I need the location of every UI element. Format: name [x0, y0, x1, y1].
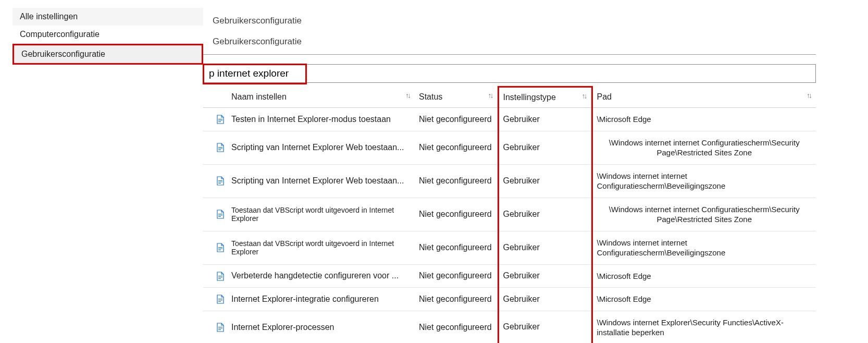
breadcrumb-2: Gebruikersconfiguratie [213, 36, 816, 47]
cell-name[interactable]: Scripting van Internet Explorer Web toes… [227, 131, 415, 164]
cell-type: Gebruiker [498, 231, 592, 264]
svg-rect-16 [218, 277, 222, 277]
sort-icon[interactable]: ↑↓ [488, 91, 492, 100]
cell-path: \Windows internet internet Configuraties… [592, 198, 816, 231]
cell-type: Gebruiker [498, 264, 592, 288]
cell-type: Gebruiker [498, 108, 592, 131]
svg-rect-22 [218, 328, 222, 329]
cell-name[interactable]: Internet Explorer-integratie configurere… [227, 288, 415, 311]
cell-status: Niet geconfigureerd [415, 164, 498, 198]
cell-status: Niet geconfigureerd [415, 231, 498, 264]
table-row[interactable]: Internet Explorer-processenNiet geconfig… [203, 311, 816, 343]
cell-status: Niet geconfigureerd [415, 264, 498, 288]
main-panel: Gebruikersconfiguratie Gebruikersconfigu… [203, 0, 868, 343]
divider [203, 54, 816, 55]
svg-rect-15 [218, 276, 222, 276]
table-row[interactable]: Verbeterde hangdetectie configureren voo… [203, 264, 816, 288]
cell-path: \Windows internet internet Configuraties… [592, 131, 816, 164]
svg-rect-18 [218, 299, 222, 299]
svg-rect-4 [218, 149, 222, 149]
document-icon [203, 264, 227, 288]
cell-name[interactable]: Toestaan dat VBScript wordt uitgevoerd i… [227, 198, 415, 231]
sort-icon[interactable]: ↑↓ [807, 91, 811, 100]
col-name-label: Naam instellen [231, 92, 287, 101]
svg-rect-14 [218, 250, 221, 250]
sidebar-item-label: Gebruikersconfiguratie [21, 50, 105, 58]
sidebar-item-computer-config[interactable]: Computerconfiguratie [13, 26, 203, 44]
svg-rect-10 [218, 215, 222, 216]
cell-status: Niet geconfigureerd [415, 311, 498, 343]
svg-rect-2 [218, 121, 221, 122]
cell-path: \Microsoft Edge [592, 288, 816, 311]
table-row[interactable]: Toestaan dat VBScript wordt uitgevoerd i… [203, 231, 816, 264]
svg-rect-11 [218, 216, 221, 217]
document-icon [203, 164, 227, 198]
cell-name[interactable]: Verbeterde hangdetectie configureren voo… [227, 264, 415, 288]
cell-status: Niet geconfigureerd [415, 288, 498, 311]
col-type-header[interactable]: Instellingstype ↑↓ [498, 87, 592, 108]
search-input[interactable] [203, 64, 816, 83]
sidebar-item-user-config[interactable]: Gebruikersconfiguratie [13, 44, 203, 65]
svg-rect-17 [218, 278, 221, 279]
cell-path: \Windows internet internet Configuraties… [592, 164, 816, 198]
col-icon-header [203, 87, 227, 108]
table-row[interactable]: Toestaan dat VBScript wordt uitgevoerd i… [203, 198, 816, 231]
cell-type: Gebruiker [498, 164, 592, 198]
col-status-header[interactable]: Status ↑↓ [415, 87, 498, 108]
document-icon [203, 108, 227, 131]
svg-rect-7 [218, 182, 222, 182]
cell-name[interactable]: Toestaan dat VBScript wordt uitgevoerd i… [227, 231, 415, 264]
document-icon [203, 198, 227, 231]
svg-rect-1 [218, 120, 222, 121]
table-row[interactable]: Testen in Internet Explorer-modus toesta… [203, 108, 816, 131]
cell-type: Gebruiker [498, 311, 592, 343]
search-wrap [203, 64, 816, 83]
svg-rect-5 [218, 150, 221, 150]
settings-table: Naam instellen ↑↓ Status ↑↓ Instellingst… [203, 86, 816, 343]
svg-rect-9 [218, 214, 222, 214]
table-row[interactable]: Scripting van Internet Explorer Web toes… [203, 131, 816, 164]
col-type-label: Instellingstype [503, 93, 556, 102]
cell-status: Niet geconfigureerd [415, 131, 498, 164]
svg-rect-0 [218, 119, 222, 119]
svg-rect-21 [218, 327, 222, 327]
svg-rect-23 [218, 329, 221, 330]
svg-rect-13 [218, 249, 222, 249]
sidebar-item-label: Alle instellingen [20, 12, 78, 21]
col-path-label: Pad [597, 92, 612, 101]
sort-icon[interactable]: ↑↓ [405, 91, 410, 100]
svg-rect-19 [218, 300, 222, 301]
col-name-header[interactable]: Naam instellen ↑↓ [227, 87, 415, 108]
document-icon [203, 231, 227, 264]
svg-rect-6 [218, 180, 222, 181]
cell-name[interactable]: Testen in Internet Explorer-modus toesta… [227, 108, 415, 131]
cell-path: \Windows internet Explorer\Security Func… [592, 311, 816, 343]
sidebar-item-all-settings[interactable]: Alle instellingen [13, 8, 203, 26]
cell-type: Gebruiker [498, 288, 592, 311]
table-row[interactable]: Internet Explorer-integratie configurere… [203, 288, 816, 311]
svg-rect-3 [218, 147, 222, 148]
cell-status: Niet geconfigureerd [415, 108, 498, 131]
document-icon [203, 288, 227, 311]
cell-status: Niet geconfigureerd [415, 198, 498, 231]
cell-name[interactable]: Scripting van Internet Explorer Web toes… [227, 164, 415, 198]
table-row[interactable]: Scripting van Internet Explorer Web toes… [203, 164, 816, 198]
svg-rect-20 [218, 301, 221, 302]
document-icon [203, 311, 227, 343]
breadcrumb-1: Gebruikersconfiguratie [213, 16, 816, 26]
col-status-label: Status [419, 92, 442, 101]
cell-type: Gebruiker [498, 198, 592, 231]
sidebar-item-label: Computerconfiguratie [20, 30, 100, 39]
cell-path: \Windows internet internet Configuraties… [592, 231, 816, 264]
col-path-header[interactable]: Pad ↑↓ [592, 87, 816, 108]
sidebar: Alle instellingen Computerconfiguratie G… [0, 0, 203, 343]
cell-type: Gebruiker [498, 131, 592, 164]
cell-path: \Microsoft Edge [592, 264, 816, 288]
cell-name[interactable]: Internet Explorer-processen [227, 311, 415, 343]
sort-icon[interactable]: ↑↓ [582, 92, 586, 100]
document-icon [203, 131, 227, 164]
cell-path: \Microsoft Edge [592, 108, 816, 131]
svg-rect-8 [218, 183, 221, 183]
svg-rect-12 [218, 247, 222, 248]
